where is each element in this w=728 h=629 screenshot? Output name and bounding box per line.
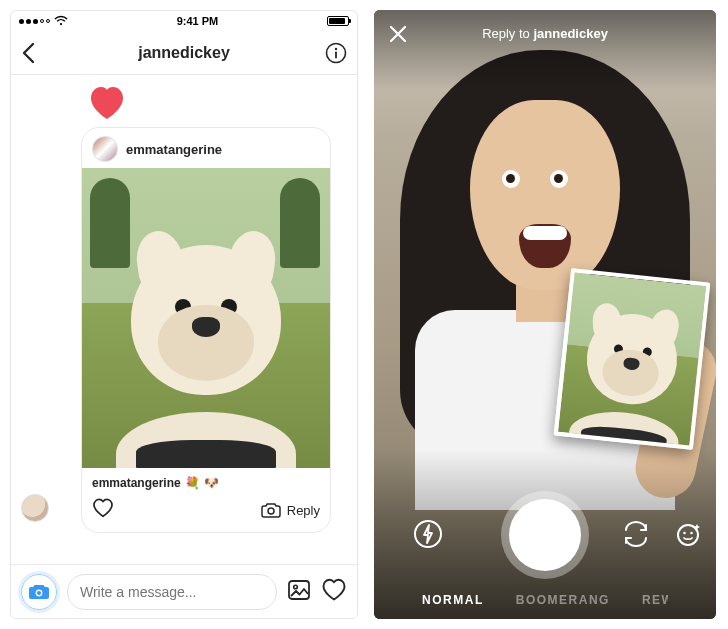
svg-point-1 bbox=[335, 47, 337, 49]
svg-point-7 bbox=[294, 585, 298, 589]
status-time: 9:41 PM bbox=[177, 15, 219, 27]
svg-point-5 bbox=[37, 590, 41, 594]
reply-label: Reply bbox=[287, 503, 320, 518]
face-filter-icon bbox=[675, 520, 703, 548]
svg-point-11 bbox=[690, 531, 693, 534]
gallery-icon bbox=[287, 579, 311, 601]
camera-button[interactable] bbox=[21, 574, 57, 610]
mode-rewind-partial[interactable]: REW bbox=[642, 593, 668, 607]
heart-outline-icon bbox=[321, 578, 347, 602]
post-caption: emmatangerine 💐 🐶 bbox=[82, 468, 330, 494]
card-header: emmatangerine bbox=[82, 128, 330, 168]
camera-controls bbox=[374, 499, 716, 571]
composer bbox=[11, 564, 357, 618]
switch-camera-icon bbox=[621, 521, 651, 547]
camera-outline-icon bbox=[261, 502, 281, 518]
flash-off-icon bbox=[413, 519, 443, 549]
status-right bbox=[327, 16, 349, 26]
reply-prefix: Reply to bbox=[482, 26, 533, 41]
top-gradient bbox=[374, 10, 716, 90]
face-filters-button[interactable] bbox=[675, 520, 703, 551]
shared-post-card[interactable]: emmatangerine emmatangerin bbox=[81, 127, 331, 533]
battery-icon bbox=[327, 16, 349, 26]
svg-point-8 bbox=[415, 521, 441, 547]
svg-rect-2 bbox=[335, 51, 337, 58]
svg-point-3 bbox=[268, 508, 274, 514]
reply-sticker[interactable] bbox=[554, 268, 711, 450]
flash-button[interactable] bbox=[413, 519, 443, 552]
back-button[interactable] bbox=[21, 42, 49, 64]
conversation-title: jannedickey bbox=[49, 44, 319, 62]
nav-bar: jannedickey bbox=[11, 31, 357, 75]
status-bar: 9:41 PM bbox=[11, 11, 357, 31]
status-left bbox=[19, 16, 68, 26]
message-thread[interactable]: emmatangerine emmatangerin bbox=[11, 75, 357, 564]
mode-boomerang[interactable]: BOOMERANG bbox=[516, 593, 610, 607]
heart-outline-icon bbox=[92, 498, 114, 518]
chevron-left-icon bbox=[21, 42, 35, 64]
info-icon bbox=[325, 42, 347, 64]
camera-mode-strip[interactable]: NORMAL BOOMERANG REW bbox=[374, 593, 716, 607]
wifi-icon bbox=[54, 16, 68, 26]
sender-avatar[interactable] bbox=[21, 494, 49, 522]
gallery-button[interactable] bbox=[287, 579, 311, 605]
svg-point-9 bbox=[678, 525, 698, 545]
reply-to-label: Reply to jannedickey bbox=[374, 26, 716, 41]
mode-normal[interactable]: NORMAL bbox=[422, 593, 484, 607]
bouquet-emoji: 💐 bbox=[185, 476, 200, 490]
shutter-button[interactable] bbox=[509, 499, 581, 571]
camera-reply-screen: Reply to jannedickey NORMAL BOOMERANG bbox=[374, 10, 716, 619]
post-image[interactable] bbox=[82, 168, 330, 468]
like-button[interactable] bbox=[321, 578, 347, 606]
message-input[interactable] bbox=[67, 574, 277, 610]
svg-point-10 bbox=[683, 531, 686, 534]
like-post-button[interactable] bbox=[92, 498, 114, 522]
card-footer: Reply bbox=[82, 494, 330, 532]
signal-dots-icon bbox=[19, 19, 50, 24]
camera-icon bbox=[28, 583, 50, 601]
dm-screen: 9:41 PM jannedickey e bbox=[10, 10, 358, 619]
svg-rect-6 bbox=[289, 581, 309, 599]
heart-reaction bbox=[87, 85, 127, 121]
info-button[interactable] bbox=[319, 42, 347, 64]
sender-avatar-row bbox=[21, 494, 49, 522]
heart-icon bbox=[87, 85, 127, 121]
reply-username: jannedickey bbox=[533, 26, 607, 41]
author-username[interactable]: emmatangerine bbox=[126, 142, 222, 157]
switch-camera-button[interactable] bbox=[621, 520, 651, 551]
reply-button[interactable]: Reply bbox=[261, 502, 320, 518]
author-avatar[interactable] bbox=[92, 136, 118, 162]
dog-emoji: 🐶 bbox=[204, 476, 219, 490]
caption-username: emmatangerine bbox=[92, 476, 181, 490]
